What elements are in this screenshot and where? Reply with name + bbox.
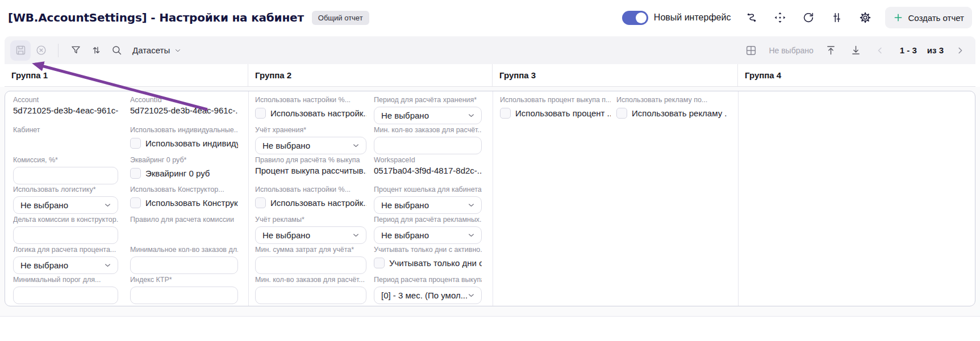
field-select[interactable]: Не выбрано (374, 107, 482, 124)
jump-to-top-button[interactable] (824, 40, 839, 61)
workspace: Account5d721025-de3b-4eac-961c-...Accoun… (0, 87, 980, 317)
field-label: Кабинет (13, 126, 118, 134)
jump-to-bottom-button[interactable] (849, 40, 864, 61)
field-value: 5d721025-de3b-4eac-961c-... (13, 106, 118, 115)
select-value: Не выбрано (381, 200, 429, 210)
field-input[interactable] (13, 167, 118, 184)
refresh-button[interactable] (801, 10, 816, 25)
download-icon (850, 44, 862, 56)
form-field: WorkspaceId0517ba04-3f9d-4817-8d2c-... (374, 156, 482, 186)
field-input[interactable] (130, 256, 238, 274)
group-header-label: Группа 2 (255, 70, 291, 80)
select-value: Не выбрано (262, 141, 310, 150)
field-select[interactable]: Не выбрано (255, 137, 366, 154)
field-input[interactable] (130, 287, 238, 304)
field-input[interactable] (374, 137, 482, 154)
form-field: Эквайринг 0 руб*Эквайринг 0 руб (130, 156, 238, 186)
close-circle-icon (35, 44, 47, 56)
field-input[interactable] (13, 287, 118, 304)
group-header-4[interactable]: Группа 4 (737, 64, 975, 86)
checkbox-icon (500, 108, 511, 119)
new-interface-toggle[interactable] (622, 11, 648, 25)
page-total: из 3 (927, 45, 944, 55)
view-settings-button[interactable] (829, 10, 844, 25)
app-header: [WB.AccountSettings] - Настройки на каби… (0, 0, 980, 35)
field-label: AccountId (130, 96, 238, 104)
filter-button[interactable] (65, 40, 86, 61)
field-label: Период для расчёта рекламных... (374, 216, 482, 224)
field-select[interactable]: Не выбрано (374, 226, 482, 244)
upload-icon (825, 44, 837, 56)
checkbox-label: Учитывать только дни с ... (389, 258, 482, 268)
field-select[interactable]: Не выбрано (13, 256, 118, 274)
field-checkbox[interactable]: Эквайринг 0 руб (130, 168, 238, 179)
checkbox-icon (255, 197, 266, 208)
form-field: Правило для расчёта % выкупаПроцент выку… (255, 156, 366, 186)
checkbox-label: Использовать индивиду... (145, 138, 238, 148)
field-input[interactable] (255, 287, 366, 304)
form-field: Мин. кол-во заказов для расчёт... (255, 276, 366, 306)
field-select[interactable]: Не выбрано (255, 226, 366, 244)
column-layout-button[interactable] (744, 40, 758, 61)
field-checkbox[interactable]: Использовать настройк... (255, 108, 366, 119)
field-select[interactable]: Не выбрано (374, 196, 482, 214)
page-title: [WB.AccountSettings] - Настройки на каби… (8, 11, 304, 24)
field-label: Комиссия, %* (13, 156, 118, 165)
move-button[interactable] (773, 10, 787, 25)
toolbar-divider (58, 44, 59, 57)
field-checkbox[interactable]: Использовать индивиду... (130, 138, 238, 149)
select-value: Не выбрано (20, 260, 68, 270)
field-checkbox[interactable]: Использовать рекламу ... (616, 108, 727, 119)
plus-icon (893, 12, 903, 23)
form-field: Использовать Конструктор...Использовать … (130, 186, 238, 216)
field-label: Дельта комиссии в конструктор... (13, 216, 118, 224)
field-input[interactable] (13, 226, 118, 244)
field-label: Период расчета процента выкупа (374, 276, 482, 284)
chevron-down-icon (174, 47, 182, 54)
gear-icon (859, 11, 871, 24)
sort-button[interactable] (86, 40, 106, 61)
form-field: Логика для расчета процента...Не выбрано (13, 246, 118, 276)
search-button[interactable] (106, 40, 127, 61)
form-field: Период расчета процента выкупа[0] - 3 ме… (374, 276, 482, 306)
field-checkbox[interactable]: Учитывать только дни с ... (374, 258, 482, 268)
field-label: Минимальное кол-во заказов дл... (130, 246, 238, 254)
field-label: Правило для расчета комиссии (130, 216, 238, 224)
group-header-2[interactable]: Группа 2 (248, 64, 492, 86)
select-value: [0] - 3 мес. (По умол... (381, 291, 467, 300)
next-page-button[interactable] (954, 44, 966, 57)
prev-page-button[interactable] (874, 44, 886, 57)
settings-button[interactable] (858, 10, 873, 25)
field-value: 0517ba04-3f9d-4817-8d2c-... (374, 166, 482, 175)
field-checkbox[interactable]: Использовать Конструк... (130, 197, 238, 208)
field-value: 5d721025-de3b-4eac-961c-... (130, 106, 238, 115)
create-report-button[interactable]: Создать отчет (885, 7, 972, 28)
checkbox-icon (374, 258, 385, 268)
save-icon (15, 44, 27, 56)
select-value: Не выбрано (381, 230, 429, 240)
chevron-down-icon (467, 111, 476, 120)
sort-icon (90, 44, 102, 56)
group-header-3[interactable]: Группа 3 (492, 64, 737, 86)
form-field: Период для расчёта рекламных...Не выбран… (374, 216, 482, 246)
field-input[interactable] (255, 256, 366, 274)
field-select[interactable]: [0] - 3 мес. (По умол... (374, 287, 482, 304)
page-range: 1 - 3 (900, 45, 917, 55)
form-field: Использовать логистику*Не выбрано (13, 186, 118, 216)
field-checkbox[interactable]: Использовать процент ... (500, 108, 611, 119)
form-field: Использовать настройки %...Использовать … (255, 186, 366, 216)
record-card: Account5d721025-de3b-4eac-961c-...Accoun… (5, 91, 975, 306)
connections-button[interactable] (744, 10, 759, 25)
datasets-dropdown[interactable]: Датасеты (132, 45, 182, 55)
save-button[interactable] (10, 40, 31, 61)
form-field: Использовать индивидуальные...Использова… (130, 126, 238, 156)
select-value: Не выбрано (381, 111, 429, 120)
form-field: Минимальное кол-во заказов дл... (130, 246, 238, 276)
field-checkbox[interactable]: Использовать настройк... (255, 197, 366, 208)
group-4-fields (738, 91, 975, 306)
group-header-1[interactable]: Группа 1 (5, 64, 248, 86)
form-field: Учёт рекламы*Не выбрано (255, 216, 366, 246)
field-label: Период для расчёта хранения* (374, 96, 482, 104)
cancel-button[interactable] (31, 40, 51, 61)
field-select[interactable]: Не выбрано (13, 196, 118, 214)
